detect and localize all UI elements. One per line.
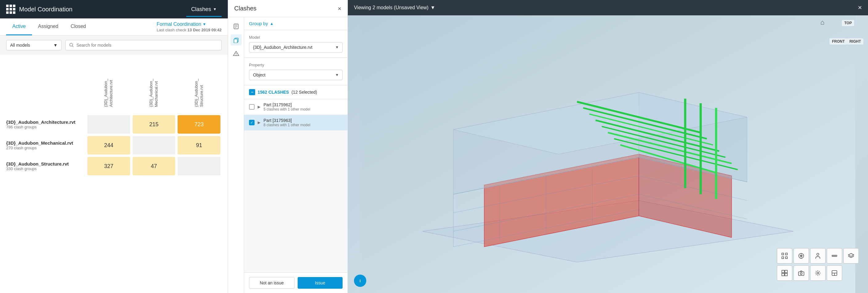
clashes-panel-header: Clashes ×	[228, 0, 347, 17]
matrix-cell-2-2[interactable]	[131, 135, 177, 156]
matrix-cell-3-3[interactable]	[176, 156, 222, 177]
group-by-caret-icon: ▲	[270, 22, 274, 26]
nav-cube-area: TOP FRONT RIGHT ⌂	[830, 20, 863, 54]
viewer-title-caret-icon: ▼	[430, 5, 435, 10]
col-header-1: {3D}_Audubon_Architecture.rvt	[103, 61, 114, 110]
svg-point-0	[69, 43, 73, 46]
svg-point-49	[801, 256, 802, 256]
clash-expand-1[interactable]: ▶	[258, 105, 260, 109]
model-filter-select[interactable]: {3D}_Audubon_Architecture.rvt	[249, 42, 343, 52]
model-filter-label: Model	[249, 35, 343, 40]
clash-checkbox-2[interactable]: ✓	[249, 120, 254, 125]
nav-top-label: TOP	[842, 20, 854, 26]
group-by-row: Group by ▲	[244, 17, 347, 30]
viewer-title-text: Viewing 2 models (Unsaved View)	[354, 5, 429, 10]
tab-closed[interactable]: Closed	[64, 19, 92, 35]
issue-button[interactable]: Issue	[298, 277, 343, 289]
svg-point-62	[800, 273, 802, 274]
layers-tool-btn[interactable]	[843, 248, 859, 263]
target-tool-btn[interactable]	[794, 248, 809, 263]
svg-rect-44	[785, 257, 787, 259]
corner-badge[interactable]: i	[354, 274, 366, 287]
export-tool-btn[interactable]	[827, 265, 842, 281]
model-select-dropdown[interactable]: All models ▼	[6, 40, 62, 50]
warning-icon	[233, 50, 239, 57]
row-label-2: {3D}_Audubon_Mechanical.rvt 270 clash gr…	[6, 135, 86, 156]
tab-assigned[interactable]: Assigned	[32, 19, 65, 35]
matrix-row-3: {3D}_Audubon_Structure.rvt 330 clash gro…	[6, 156, 222, 177]
tab-active[interactable]: Active	[6, 19, 32, 35]
svg-point-10	[236, 55, 237, 56]
matrix-cell-3-1[interactable]: 327	[86, 156, 131, 177]
property-filter-select[interactable]: Object	[249, 70, 343, 80]
check-minus-icon: −	[249, 89, 255, 95]
clash-item-1[interactable]: ▶ Part [3175962] 5 clashes with 1 other …	[244, 99, 347, 115]
clash-item-2[interactable]: ✓ ▶ Part [3175963] 8 clashes with 1 othe…	[244, 115, 347, 131]
viewer-title-button[interactable]: Viewing 2 models (Unsaved View) ▼	[354, 5, 435, 10]
clash-expand-2[interactable]: ▶	[258, 120, 260, 125]
app-logo: Model Coordination	[6, 5, 72, 14]
warning-side-icon-btn[interactable]	[230, 48, 242, 59]
matrix-cell-3-2[interactable]: 47	[131, 156, 177, 177]
clash-checkbox-1[interactable]	[249, 104, 254, 110]
not-an-issue-button[interactable]: Not an issue	[249, 277, 294, 289]
grid-tool-btn[interactable]	[777, 265, 792, 281]
model-filter-section: Model {3D}_Audubon_Architecture.rvt ▼	[244, 30, 347, 58]
matrix-row-1: {3D}_Audubon_Architecture.rvt 786 clash …	[6, 114, 222, 135]
svg-rect-58	[785, 270, 787, 273]
group-by-label[interactable]: Group by	[249, 21, 268, 26]
camera-tool-btn[interactable]	[794, 265, 809, 281]
measure-icon	[831, 252, 838, 259]
nav-right-label: RIGHT	[847, 38, 863, 44]
svg-point-63	[817, 272, 819, 274]
svg-rect-51	[832, 255, 837, 256]
svg-rect-59	[782, 273, 784, 276]
svg-rect-61	[799, 272, 804, 276]
target-icon	[798, 252, 805, 259]
matrix-cell-2-1[interactable]: 244	[86, 135, 131, 156]
grid-tool-icon	[781, 270, 788, 277]
matrix-cell-1-3[interactable]: 723	[176, 114, 222, 135]
focus-icon	[781, 252, 788, 259]
tabs-left: Active Assigned Closed	[6, 19, 92, 35]
col-header-3: {3D}_Audubon_Structure.rvt	[194, 61, 205, 110]
middle-panel: Clashes ×	[228, 0, 348, 293]
formal-coord-caret-icon: ▼	[203, 22, 206, 27]
settings-tool-btn[interactable]	[810, 265, 826, 281]
page-side-icon-btn[interactable]	[230, 21, 242, 32]
matrix-cell-1-1[interactable]	[86, 114, 131, 135]
tabs-right: Formal Coordination ▼ Last clash check 1…	[157, 22, 222, 32]
formal-coordination-button[interactable]: Formal Coordination ▼	[157, 22, 222, 27]
clashes-button[interactable]: Clashes ▼	[186, 4, 222, 14]
layers-icon	[848, 252, 855, 259]
property-select-wrapper: Object ▼	[249, 70, 343, 80]
viewer-close-button[interactable]: ×	[858, 4, 862, 12]
matrix-cell-2-3[interactable]: 91	[176, 135, 222, 156]
model-select-wrapper: {3D}_Audubon_Architecture.rvt ▼	[249, 42, 343, 52]
property-filter-label: Property	[249, 63, 343, 67]
nav-front-label: FRONT	[830, 38, 847, 44]
last-check-text: Last clash check 13 Dec 2019 09:42	[157, 28, 222, 32]
focus-tool-btn[interactable]	[777, 248, 792, 263]
matrix-cell-1-2[interactable]: 215	[131, 114, 177, 135]
clashes-count-row: − 1562 CLASHES (12 Selected)	[244, 85, 347, 99]
svg-rect-42	[785, 253, 787, 255]
measure-tool-btn[interactable]	[827, 248, 842, 263]
viewer-body: TOP FRONT RIGHT ⌂	[348, 15, 868, 293]
copy-side-icon-btn[interactable]	[230, 34, 242, 45]
home-nav-icon[interactable]: ⌂	[820, 19, 824, 27]
page-icon	[233, 23, 239, 30]
search-icon	[69, 43, 74, 48]
clashes-panel-close-button[interactable]: ×	[338, 5, 341, 12]
row-label-1: {3D}_Audubon_Architecture.rvt 786 clash …	[6, 114, 86, 135]
badge-icon: i	[357, 278, 363, 284]
app-grid-icon	[6, 5, 16, 14]
clash-part-name-2: Part [3175963]	[264, 118, 343, 123]
copy-icon	[233, 37, 239, 43]
right-panel: Viewing 2 models (Unsaved View) ▼ ×	[348, 0, 868, 293]
svg-point-50	[817, 253, 819, 256]
svg-line-1	[72, 46, 73, 47]
search-input[interactable]	[76, 43, 218, 48]
person-tool-btn[interactable]	[810, 248, 826, 263]
clash-part-sub-1: 5 clashes with 1 other model	[264, 107, 343, 111]
